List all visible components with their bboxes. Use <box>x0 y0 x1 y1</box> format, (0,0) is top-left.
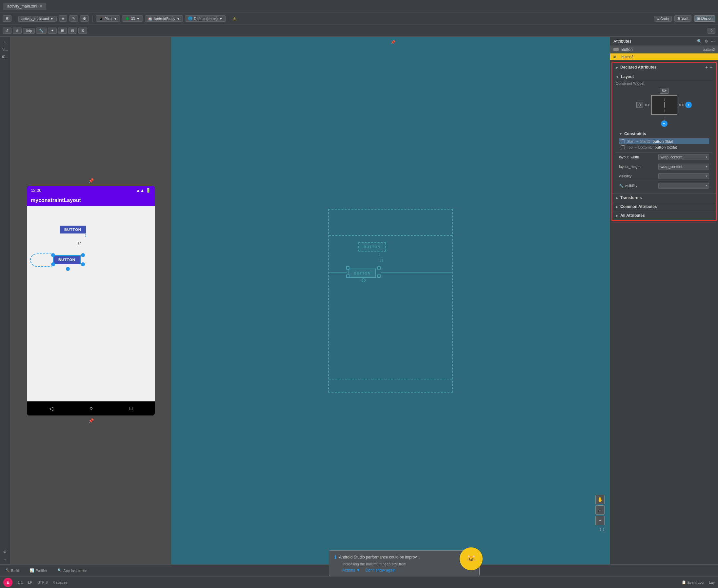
extra-btn[interactable]: ✦ <box>48 27 57 34</box>
layout-indicator[interactable]: Lay <box>709 581 715 584</box>
notification-actions-link[interactable]: Actions ▼ <box>342 568 360 572</box>
draw-btn[interactable]: ✎ <box>69 16 78 22</box>
sidebar-item-4[interactable]: ⚙ <box>0 548 10 555</box>
constraints-header[interactable]: ▼ Constraints <box>619 131 709 139</box>
layer-btn[interactable]: ⊛ <box>13 27 22 34</box>
cw-right-add-btn[interactable]: + <box>685 102 692 108</box>
handle-bottom[interactable] <box>66 267 70 271</box>
bp-handle-l[interactable] <box>346 274 350 278</box>
visibility2-select[interactable]: visible invisible gone <box>658 183 709 189</box>
handle-top-left[interactable] <box>51 253 55 257</box>
split-view-btn[interactable]: ⊟ Split <box>674 16 691 22</box>
all-attributes-header[interactable]: ▶ All Attributes <box>612 211 716 220</box>
code-view-btn[interactable]: ≡ Code <box>654 16 672 22</box>
common-attributes-header[interactable]: ▶ Common Attributes <box>612 202 716 211</box>
zoom-out-btn[interactable]: − <box>595 516 605 525</box>
handle-left[interactable] <box>51 262 55 266</box>
status-bar: E 1:1 LF UTF-8 4 spaces 📋 Event Log Lay <box>0 576 718 588</box>
cw-top-value-select[interactable]: 52 <box>660 88 669 94</box>
declared-attributes-header[interactable]: ▶ Declared Attributes + − <box>612 63 716 72</box>
locale-selector[interactable]: 🌐 Default (en-us) ▼ <box>185 16 226 22</box>
id-field-label: id <box>613 55 616 59</box>
bp-handle-b[interactable] <box>362 278 365 282</box>
attributes-more-icon[interactable]: ⋯ <box>711 39 715 44</box>
cw-arrow-left-icon: << <box>679 102 684 108</box>
phone-button1[interactable]: BUTTON <box>60 226 86 233</box>
split-icon: ⊟ <box>677 16 680 20</box>
project-selector[interactable]: 🤖 AndroidStudy ▼ <box>145 16 183 22</box>
common-attrs-chevron-icon: ▶ <box>616 205 618 209</box>
app-inspection-tab[interactable]: 🔍 App Inspection <box>55 567 90 574</box>
bp-button1[interactable]: BUTTON <box>358 243 386 252</box>
zoom-in-btn[interactable]: + <box>595 505 605 514</box>
view-toggle-btn[interactable]: ⊞ <box>3 16 12 22</box>
cw-bottom-add-btn[interactable]: + <box>661 120 668 127</box>
bp-handle-r[interactable] <box>377 274 381 278</box>
sidebar-item-1[interactable]: ← <box>0 38 10 46</box>
home-nav-icon[interactable]: ○ <box>89 405 93 411</box>
spaces-indicator[interactable]: 4 spaces <box>53 581 67 584</box>
main-content: ← Vi... tC... ⚙ − 📌 12:00 ▲▲ 🔋 myconstra… <box>0 37 718 564</box>
sidebar-item-3[interactable]: tC... <box>0 53 10 61</box>
constraint-item-2[interactable]: Top → BottomOf button (52dp) <box>619 144 709 150</box>
transforms-header[interactable]: ▶ Transforms <box>612 193 716 202</box>
design-view-btn[interactable]: ▣ Design <box>694 16 715 22</box>
event-log-btn[interactable]: 📋 Event Log <box>682 580 704 584</box>
design-icon: ▣ <box>697 16 700 20</box>
hand-tool-btn[interactable]: ✋ <box>595 495 605 504</box>
api-level-selector[interactable]: 🌲 33 ▼ <box>122 16 143 22</box>
rotate-btn[interactable]: ↺ <box>3 27 12 34</box>
attributes-gear-icon[interactable]: ⚙ <box>704 39 708 44</box>
layout-width-dropdown[interactable]: wrap_content match_parent match_constrai… <box>658 154 709 160</box>
ui-mode-btn[interactable]: ◈ <box>59 16 67 22</box>
margin-btn[interactable]: ⊠ <box>78 27 87 34</box>
back-nav-icon[interactable]: ◁ <box>49 405 53 412</box>
view-mode-buttons: ≡ Code ⊟ Split ▣ Design <box>654 16 715 22</box>
tools-btn[interactable]: 🔧 <box>36 27 46 34</box>
constraint-item-1[interactable]: Start → StartOf button (0dp) <box>619 139 709 144</box>
file-tab[interactable]: activity_main.xml ✕ <box>3 3 46 10</box>
arrow-down-icon: ↕ <box>84 232 87 238</box>
event-log-icon: 📋 <box>682 580 686 584</box>
handle-right[interactable] <box>81 262 85 266</box>
visibility2-label: 🔧 visibility <box>619 184 658 188</box>
line-ending-indicator[interactable]: LF <box>28 581 32 584</box>
transforms-label: Transforms <box>620 195 641 200</box>
position-indicator[interactable]: 1:1 <box>18 581 23 584</box>
help-btn[interactable]: ? <box>708 28 715 34</box>
file-selector[interactable]: activity_main.xml ▼ <box>18 16 57 22</box>
bp-handle-tl[interactable] <box>346 266 350 270</box>
spaces-label: 4 spaces <box>53 581 67 584</box>
layout-width-select[interactable]: wrap_content match_parent match_constrai… <box>658 154 709 160</box>
align2-btn[interactable]: ⊟ <box>68 27 77 34</box>
layout-height-select[interactable]: wrap_content match_parent match_constrai… <box>658 164 709 170</box>
sidebar-item-5[interactable]: − <box>0 555 10 563</box>
visibility-select[interactable]: visible invisible gone <box>658 173 709 179</box>
declared-minus-icon[interactable]: − <box>710 65 713 70</box>
attributes-title: Attributes <box>613 39 694 44</box>
declared-add-icon[interactable]: + <box>705 65 708 70</box>
recent-nav-icon[interactable]: □ <box>129 405 133 411</box>
encoding-indicator[interactable]: UTF-8 <box>37 581 47 584</box>
id-field-value: button2 <box>621 55 634 59</box>
handle-top-right[interactable] <box>81 253 85 257</box>
profiler-tab[interactable]: 📊 Profiler <box>27 567 49 574</box>
declared-attributes-section: ▶ Declared Attributes + − ▼ Layout Const… <box>611 62 717 221</box>
build-tab[interactable]: 🔨 Build <box>3 567 22 574</box>
tab-close-icon[interactable]: ✕ <box>40 4 42 8</box>
zoom-fit-btn[interactable]: ⊙ <box>80 16 89 22</box>
sidebar-item-2[interactable]: Vi... <box>0 46 10 53</box>
cw-left-value-select[interactable]: 0 <box>636 102 643 108</box>
layout-header[interactable]: ▼ Layout <box>616 75 713 81</box>
offset-input[interactable]: 0dp <box>23 28 35 34</box>
bp-button2[interactable]: BUTTON <box>349 269 376 278</box>
device-selector[interactable]: 📱 Pixel ▼ <box>96 16 120 22</box>
phone-button2-selected[interactable]: BUTTON <box>53 255 81 264</box>
attributes-search-icon[interactable]: 🔍 <box>697 39 702 44</box>
locale-icon: 🌐 <box>188 16 192 21</box>
bp-handle-tr[interactable] <box>377 266 381 270</box>
notification-dont-show-link[interactable]: Don't show again <box>365 568 396 572</box>
align-btn[interactable]: ⊞ <box>58 27 67 34</box>
project-chevron-icon: ▼ <box>177 17 180 21</box>
cw-bottom-row: ⋮ + <box>661 116 668 127</box>
